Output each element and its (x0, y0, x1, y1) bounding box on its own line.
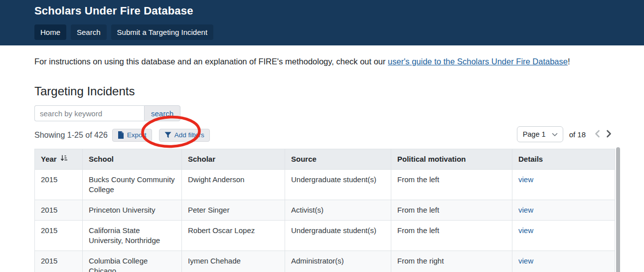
chevron-right-icon (605, 129, 613, 140)
cell-year: 2015 (35, 221, 83, 251)
cell-year: 2015 (35, 200, 83, 221)
column-header-source[interactable]: Source (285, 149, 391, 170)
pagination: Page 1 of 18 (517, 126, 615, 142)
section-heading: Targeting Incidents (34, 84, 615, 98)
table-row: 2015 California State University, Northr… (35, 221, 615, 251)
page-title: Scholars Under Fire Database (34, 4, 644, 17)
column-header-details[interactable]: Details (512, 149, 615, 170)
keyword-search: search (34, 105, 150, 121)
cell-details: view (512, 221, 615, 251)
prev-page-button[interactable] (592, 128, 603, 141)
cell-scholar: Robert Oscar Lopez (182, 221, 285, 251)
table-body: 2015 Bucks County Community College Dwig… (35, 170, 615, 272)
cell-details: view (512, 170, 615, 200)
cell-source: Activist(s) (285, 200, 391, 221)
cell-year: 2015 (35, 170, 83, 200)
sort-descending-icon (60, 154, 68, 164)
cell-scholar: Dwight Anderson (182, 170, 285, 200)
next-page-button[interactable] (603, 128, 615, 141)
search-button[interactable]: search (144, 105, 180, 121)
file-icon (118, 131, 124, 139)
column-header-year-label: Year (41, 154, 57, 164)
add-filters-button-label: Add filters (174, 131, 204, 139)
site-header: Scholars Under Fire Database Home Search… (0, 0, 644, 45)
cell-details: view (512, 200, 615, 221)
export-button[interactable]: Export (112, 129, 152, 142)
cell-school: Princeton University (83, 200, 182, 221)
page-select[interactable]: Page 1 (517, 126, 563, 142)
add-filters-button[interactable]: Add filters (159, 129, 210, 142)
intro-text-after: ! (568, 57, 570, 66)
view-details-link[interactable]: view (518, 226, 533, 235)
export-button-label: Export (127, 131, 147, 139)
main-content: For instructions on using this database … (0, 56, 644, 272)
column-header-scholar[interactable]: Scholar (182, 149, 285, 170)
table-row: 2015 Princeton University Peter Singer A… (35, 200, 615, 221)
cell-source: Undergraduate student(s) (285, 170, 391, 200)
cell-school: Bucks County Community College (83, 170, 182, 200)
cell-year: 2015 (35, 251, 83, 272)
cell-motivation: From the right (391, 251, 512, 272)
main-nav: Home Search Submit a Targeting Incident (34, 24, 644, 40)
nav-item-submit-incident[interactable]: Submit a Targeting Incident (111, 24, 214, 40)
table-row: 2015 Columbia College Chicago Iymen Cheh… (35, 251, 615, 272)
incidents-table: Year School Scholar Source Political mot… (34, 149, 615, 272)
cell-source: Undergraduate student(s) (285, 221, 391, 251)
vertical-scrollbar[interactable] (616, 147, 620, 272)
nav-item-search[interactable]: Search (71, 24, 107, 40)
intro-text-before: For instructions on using this database … (34, 57, 388, 66)
cell-motivation: From the left (391, 221, 512, 251)
cell-details: view (512, 251, 615, 272)
nav-item-home[interactable]: Home (34, 24, 66, 40)
chevron-down-icon (552, 130, 558, 138)
column-header-motivation[interactable]: Political motivation (391, 149, 512, 170)
cell-school: California State University, Northridge (83, 221, 182, 251)
page-total-label: of 18 (569, 130, 586, 139)
cell-source: Administrator(s) (285, 251, 391, 272)
page-select-value: Page 1 (523, 130, 546, 138)
cell-motivation: From the left (391, 170, 512, 200)
column-header-year[interactable]: Year (35, 149, 83, 170)
cell-scholar: Iymen Chehade (182, 251, 285, 272)
cell-scholar: Peter Singer (182, 200, 285, 221)
table-row: 2015 Bucks County Community College Dwig… (35, 170, 615, 200)
column-header-school[interactable]: School (83, 149, 182, 170)
chevron-left-icon (594, 129, 601, 140)
view-details-link[interactable]: view (518, 257, 533, 265)
view-details-link[interactable]: view (518, 206, 533, 214)
results-count: Showing 1-25 of 426 (34, 131, 108, 140)
search-input[interactable] (34, 105, 144, 121)
users-guide-link[interactable]: user's guide to the Scholars Under Fire … (388, 57, 568, 66)
intro-text: For instructions on using this database … (34, 56, 615, 66)
filter-funnel-icon (164, 132, 171, 138)
results-toolbar: Showing 1-25 of 426 Export Add filters P… (34, 128, 615, 142)
table-header: Year School Scholar Source Political mot… (35, 149, 615, 170)
view-details-link[interactable]: view (518, 175, 533, 184)
cell-school: Columbia College Chicago (83, 251, 182, 272)
cell-motivation: From the left (391, 200, 512, 221)
